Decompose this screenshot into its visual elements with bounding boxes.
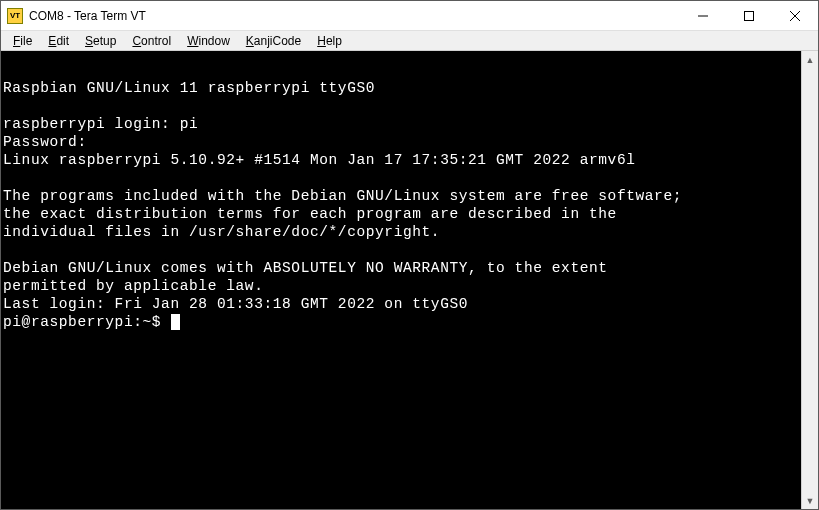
terminal-prompt[interactable]: pi@raspberrypi:~$ — [3, 313, 797, 331]
terminal-line: Raspbian GNU/Linux 11 raspberrypi ttyGS0 — [3, 79, 797, 97]
terminal[interactable]: Raspbian GNU/Linux 11 raspberrypi ttyGS0… — [1, 51, 801, 509]
terminal-line: raspberrypi login: pi — [3, 115, 797, 133]
scrollbar[interactable]: ▲ ▼ — [801, 51, 818, 509]
menu-control[interactable]: Control — [124, 32, 179, 50]
terminal-line — [3, 169, 797, 187]
terminal-line: Linux raspberrypi 5.10.92+ #1514 Mon Jan… — [3, 151, 797, 169]
terminal-line — [3, 241, 797, 259]
titlebar: VT COM8 - Tera Term VT — [1, 1, 818, 31]
terminal-line: individual files in /usr/share/doc/*/cop… — [3, 223, 797, 241]
terminal-line — [3, 61, 797, 79]
scroll-down-icon[interactable]: ▼ — [802, 492, 818, 509]
menu-kanjicode[interactable]: KanjiCode — [238, 32, 309, 50]
terminal-line: Last login: Fri Jan 28 01:33:18 GMT 2022… — [3, 295, 797, 313]
menubar: File Edit Setup Control Window KanjiCode… — [1, 31, 818, 51]
menu-edit[interactable]: Edit — [40, 32, 77, 50]
app-icon: VT — [7, 8, 23, 24]
menu-window[interactable]: Window — [179, 32, 238, 50]
terminal-line: permitted by applicable law. — [3, 277, 797, 295]
terminal-area: Raspbian GNU/Linux 11 raspberrypi ttyGS0… — [1, 51, 818, 509]
maximize-button[interactable] — [726, 1, 772, 30]
close-button[interactable] — [772, 1, 818, 30]
terminal-line: Debian GNU/Linux comes with ABSOLUTELY N… — [3, 259, 797, 277]
minimize-button[interactable] — [680, 1, 726, 30]
window-controls — [680, 1, 818, 30]
terminal-line: Password: — [3, 133, 797, 151]
window-title: COM8 - Tera Term VT — [29, 9, 680, 23]
cursor-icon — [171, 314, 180, 330]
terminal-line: The programs included with the Debian GN… — [3, 187, 797, 205]
menu-file[interactable]: File — [5, 32, 40, 50]
svg-rect-1 — [745, 11, 754, 20]
menu-setup[interactable]: Setup — [77, 32, 124, 50]
terminal-line: the exact distribution terms for each pr… — [3, 205, 797, 223]
menu-help[interactable]: Help — [309, 32, 350, 50]
terminal-line — [3, 97, 797, 115]
scroll-up-icon[interactable]: ▲ — [802, 51, 818, 68]
